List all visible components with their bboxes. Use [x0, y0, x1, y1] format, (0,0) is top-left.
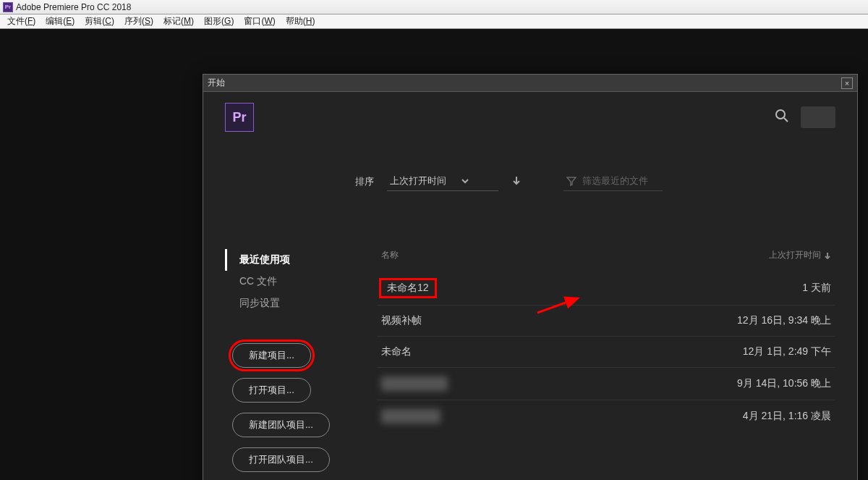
- search-icon[interactable]: [775, 109, 789, 126]
- table-row[interactable]: ████9月 14日, 10:56 晚上: [377, 367, 835, 400]
- row-time: 9月 14日, 10:56 晚上: [737, 377, 831, 390]
- sidebar-button-1[interactable]: 打开项目...: [232, 378, 311, 403]
- arrow-down-icon: [824, 252, 831, 259]
- row-name: ███: [381, 409, 441, 424]
- row-name: 未命名: [381, 345, 412, 358]
- start-header: Pr: [203, 92, 857, 143]
- sort-dropdown[interactable]: 上次打开时间: [387, 172, 498, 191]
- start-window: 开始 × Pr 排序 上次打开时间 筛选最近的文件: [203, 74, 858, 480]
- row-name: 视频补帧: [381, 314, 422, 327]
- svg-line-1: [784, 118, 788, 122]
- menu-w[interactable]: 窗口(W): [239, 15, 279, 28]
- svg-marker-3: [567, 177, 576, 185]
- table-row[interactable]: 未命名12月 1日, 2:49 下午: [377, 336, 835, 367]
- account-button[interactable]: [801, 106, 835, 128]
- sort-direction-icon[interactable]: [511, 175, 522, 188]
- sidebar-nav: 最近使用项CC 文件同步设置: [225, 249, 355, 314]
- sidebar-item-0[interactable]: 最近使用项: [225, 249, 355, 271]
- sidebar-button-2[interactable]: 新建团队项目...: [232, 413, 330, 437]
- table-header: 名称 上次打开时间: [377, 249, 835, 271]
- table-row[interactable]: 未命名121 天前: [377, 271, 835, 305]
- start-window-title: 开始: [208, 77, 225, 89]
- menu-m[interactable]: 标记(M): [159, 15, 198, 28]
- sort-row: 排序 上次打开时间 筛选最近的文件: [355, 172, 857, 191]
- row-time: 12月 1日, 2:49 下午: [743, 345, 831, 358]
- col-time[interactable]: 上次打开时间: [769, 249, 831, 261]
- sidebar-button-0[interactable]: 新建项目...: [232, 343, 311, 368]
- table-row[interactable]: 视频补帧12月 16日, 9:34 晚上: [377, 305, 835, 336]
- row-name: 未命名12: [381, 280, 435, 296]
- svg-point-0: [776, 110, 785, 119]
- start-window-titlebar: 开始 ×: [203, 75, 857, 92]
- filter-placeholder: 筛选最近的文件: [582, 174, 648, 188]
- start-sidebar: 最近使用项CC 文件同步设置 新建项目...打开项目...新建团队项目...打开…: [225, 220, 355, 472]
- premiere-logo-icon: Pr: [225, 103, 254, 132]
- sort-value: 上次打开时间: [390, 174, 446, 188]
- row-time: 12月 16日, 9:34 晚上: [737, 314, 831, 327]
- row-time: 4月 21日, 1:16 凌晨: [743, 410, 831, 423]
- col-name: 名称: [381, 249, 399, 261]
- menu-c[interactable]: 剪辑(C): [80, 15, 119, 28]
- menu-h[interactable]: 帮助(H): [281, 15, 320, 28]
- workspace: 开始 × Pr 排序 上次打开时间 筛选最近的文件: [0, 29, 868, 480]
- app-icon: Pr: [3, 2, 13, 12]
- sidebar-buttons: 新建项目...打开项目...新建团队项目...打开团队项目...: [225, 343, 355, 472]
- table-row[interactable]: ███4月 21日, 1:16 凌晨: [377, 400, 835, 432]
- menu-g[interactable]: 图形(G): [200, 15, 238, 28]
- sidebar-item-1[interactable]: CC 文件: [225, 271, 355, 292]
- chevron-down-icon: [461, 177, 469, 185]
- titlebar: Pr Adobe Premiere Pro CC 2018: [0, 0, 868, 14]
- filter-input[interactable]: 筛选最近的文件: [563, 172, 663, 191]
- app-title: Adobe Premiere Pro CC 2018: [16, 2, 131, 12]
- menu-e[interactable]: 编辑(E): [41, 15, 79, 28]
- row-time: 1 天前: [802, 282, 831, 295]
- menubar: 文件(F)编辑(E)剪辑(C)序列(S)标记(M)图形(G)窗口(W)帮助(H): [0, 14, 868, 29]
- recent-list: 名称 上次打开时间 未命名121 天前视频补帧12月 16日, 9:34 晚上未…: [377, 220, 835, 472]
- row-name: ████: [381, 376, 448, 391]
- close-icon[interactable]: ×: [841, 77, 853, 89]
- menu-s[interactable]: 序列(S): [120, 15, 158, 28]
- sidebar-item-2[interactable]: 同步设置: [225, 292, 355, 314]
- sidebar-button-3[interactable]: 打开团队项目...: [232, 447, 330, 472]
- sort-label: 排序: [355, 175, 374, 188]
- menu-f[interactable]: 文件(F): [3, 15, 40, 28]
- filter-icon: [566, 176, 576, 186]
